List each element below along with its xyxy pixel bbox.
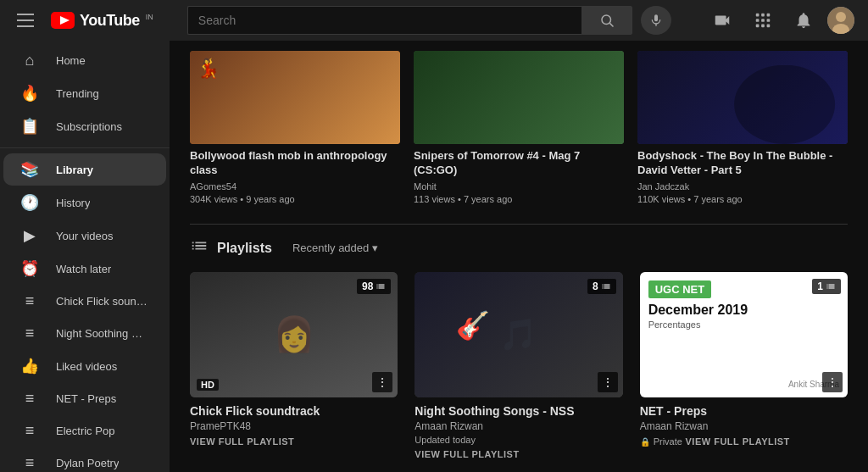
view-playlist-net-preps[interactable]: VIEW FULL PLAYLIST [686,436,790,447]
sidebar-item-watch-later[interactable]: ⏰ Watch later [3,253,166,285]
sidebar-label-net-preps: NET - Preps [56,392,116,405]
upload-button[interactable] [705,3,739,37]
sidebar-label-liked-videos: Liked videos [56,360,117,373]
library-icon: 📚 [20,160,39,179]
sidebar-item-history[interactable]: 🕐 History [3,186,166,219]
sidebar-item-your-videos[interactable]: ▶ Your videos [3,219,166,252]
sidebar-item-dylan-poetry[interactable]: ≡ Dylan Poetry [3,447,166,472]
svg-rect-9 [756,19,760,22]
trending-icon: 🔥 [20,84,39,103]
count-icon-net-preps [826,281,836,292]
playlist-name-chick-flick: Chick Flick soundtrack [190,404,398,418]
video-meta-bollywood: AGomes54 304K views • 9 years ago [190,180,400,207]
playlist-name-net-preps: NET - Preps [640,404,848,418]
video-info-snipers: Snipers of Tomorrow #4 - Mag 7 (CS:GO) M… [414,149,624,207]
sidebar-item-home[interactable]: ⌂ Home [3,45,166,76]
sidebar-item-liked-videos[interactable]: 👍 Liked videos [3,350,166,382]
video-thumb-bollywood: 💃 [190,51,400,144]
home-icon: ⌂ [20,52,39,69]
sidebar-item-trending[interactable]: 🔥 Trending [3,77,166,109]
sidebar-label-home: Home [56,54,86,67]
svg-rect-14 [767,25,771,28]
sidebar-label-electric-pop: Electric Pop [56,425,114,437]
video-card-bodyshock[interactable]: Bodyshock - The Boy In The Bubble - Davi… [637,51,848,207]
search-area [187,6,671,35]
playlist-menu-chick-flick[interactable]: ⋮ [372,372,392,392]
hamburger-menu[interactable] [14,10,37,31]
net-preps-icon: ≡ [20,390,39,408]
apps-button[interactable] [746,3,780,37]
apps-icon [754,11,772,30]
search-button[interactable] [581,6,632,35]
svg-rect-13 [761,25,765,28]
playlist-info-nss: Night Soothing Songs - NSS Amaan Rizwan … [415,404,622,460]
sidebar-item-net-preps[interactable]: ≡ NET - Preps [3,383,166,414]
svg-point-2 [602,15,611,25]
count-icon [376,281,386,292]
mic-button[interactable] [641,6,671,35]
video-card-snipers[interactable]: Snipers of Tomorrow #4 - Mag 7 (CS:GO) M… [414,51,624,207]
playlist-private-net-preps: 🔒 Private [640,436,682,447]
private-label-net-preps: Private [654,436,682,447]
upload-icon [713,11,732,30]
playlist-info-net-preps: NET - Preps Amaan Rizwan 🔒 Private VIEW … [640,404,848,450]
svg-rect-12 [756,25,760,28]
playlist-thumb-chick-flick: 👩 HD 98 ⋮ [190,272,398,397]
notifications-button[interactable] [787,3,821,37]
video-title-bodyshock: Bodyshock - The Boy In The Bubble - Davi… [637,149,848,178]
video-meta-bodyshock: Jan Jadczak 110K views • 7 years ago [637,180,848,207]
svg-point-16 [836,12,846,22]
search-input[interactable] [187,6,581,35]
playlist-count-badge-chick-flick: 98 [357,279,391,294]
view-playlist-chick-flick[interactable]: VIEW FULL PLAYLIST [190,436,294,447]
svg-rect-7 [761,14,765,17]
svg-rect-4 [654,14,658,21]
playlist-count-badge-nss: 8 [587,279,616,294]
youtube-logo-icon [51,12,75,29]
dylan-poetry-icon: ≡ [20,454,39,472]
video-info-bodyshock: Bodyshock - The Boy In The Bubble - Davi… [637,149,848,207]
video-meta-snipers: Mohit 113 views • 7 years ago [414,180,624,207]
playlist-count-badge-net-preps: 1 [812,279,841,294]
sidebar-label-chick-flick: Chick Flick soundtrack [56,295,149,308]
view-playlist-nss[interactable]: VIEW FULL PLAYLIST [415,449,519,459]
playlist-name-nss: Night Soothing Songs - NSS [415,404,622,418]
video-card-bollywood[interactable]: 💃 Bollywood flash mob in anthropology cl… [190,51,400,207]
avatar-image [827,7,854,34]
logo[interactable]: YouTubeIN [51,12,153,30]
sidebar-item-night-soothing[interactable]: ≡ Night Soothing Song... [3,318,166,349]
playlist-thumb-nss: 🎵 🎸 8 ⋮ [415,272,622,397]
svg-rect-8 [767,14,771,17]
svg-rect-6 [756,14,760,17]
watch-later-icon: ⏰ [20,259,39,278]
sidebar-item-subscriptions[interactable]: 📋 Subscriptions [3,110,166,142]
header-right [705,3,854,37]
avatar[interactable] [827,7,854,34]
svg-line-3 [609,23,613,26]
sidebar-item-library[interactable]: 📚 Library [3,153,166,186]
count-icon-nss [601,281,611,292]
playlist-icon [190,236,209,255]
video-title-snipers: Snipers of Tomorrow #4 - Mag 7 (CS:GO) [414,149,624,178]
playlist-menu-nss[interactable]: ⋮ [598,372,618,392]
playlist-card-net-preps[interactable]: UGC NET December 2019 Percentages Ankit … [640,272,848,460]
sort-label: Recently added [292,242,369,254]
playlist-grid: 👩 HD 98 ⋮ Chick Flick soundtrack PramePT… [190,272,848,472]
mic-icon [649,14,663,27]
svg-rect-11 [767,19,771,22]
subscriptions-icon: 📋 [20,117,39,136]
sidebar-item-chick-flick[interactable]: ≡ Chick Flick soundtrack [3,286,166,317]
sidebar-item-electric-pop[interactable]: ≡ Electric Pop [3,415,166,447]
sort-arrow: ▾ [372,242,378,254]
playlist-author-net-preps: Amaan Rizwan [640,420,848,432]
main-content: 💃 Bollywood flash mob in anthropology cl… [170,41,868,472]
playlist-card-nss[interactable]: 🎵 🎸 8 ⋮ Night Soothing Songs - NSS Am [415,272,622,460]
playlist-card-chick-flick[interactable]: 👩 HD 98 ⋮ Chick Flick soundtrack PramePT… [190,272,398,460]
sidebar-label-history: History [56,197,90,209]
playlist-menu-net-preps[interactable]: ⋮ [822,372,843,392]
sidebar: ⌂ Home 🔥 Trending 📋 Subscriptions 📚 Libr… [0,41,170,472]
lock-icon-net-preps: 🔒 [640,437,650,447]
sort-button[interactable]: Recently added ▾ [287,238,383,258]
video-info-bollywood: Bollywood flash mob in anthropology clas… [190,149,400,207]
playlist-info-chick-flick: Chick Flick soundtrack PramePTK48 VIEW F… [190,404,398,447]
